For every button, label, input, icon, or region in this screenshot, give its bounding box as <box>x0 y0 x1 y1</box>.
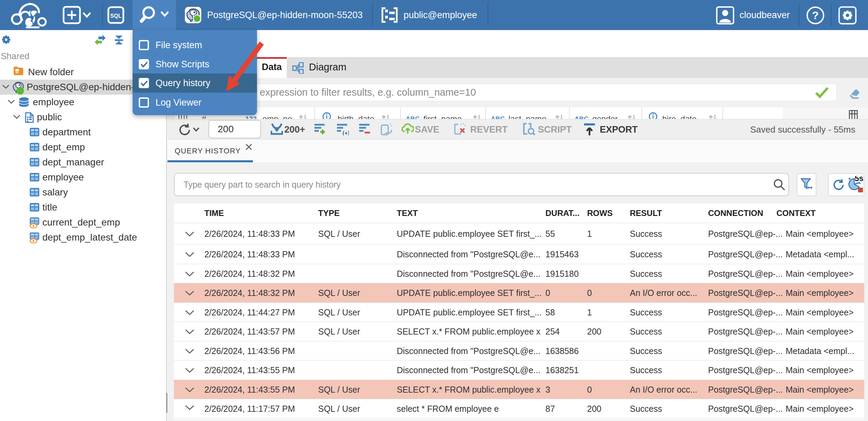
svg-text:(+): (+) <box>342 130 349 135</box>
svg-text:5s: 5s <box>855 176 864 183</box>
svg-text:?: ? <box>812 9 819 22</box>
svg-text:SQL: SQL <box>110 13 122 19</box>
